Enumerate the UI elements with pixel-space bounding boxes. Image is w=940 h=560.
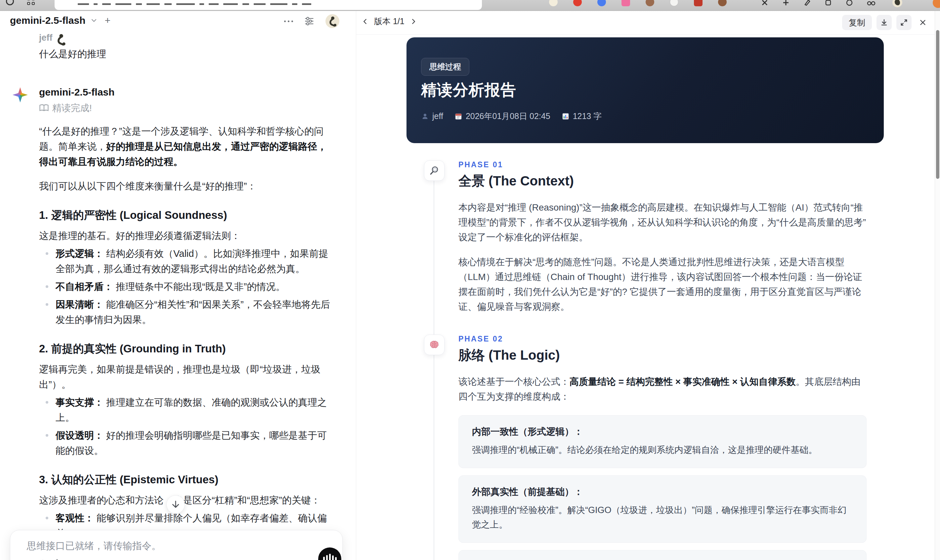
word-count-meta: 1213 字 (562, 111, 602, 122)
browser-toolbar (0, 0, 940, 11)
bar-chart-icon (562, 112, 570, 120)
version-label: 版本 1/1 (374, 16, 405, 27)
circle-icon[interactable] (845, 0, 853, 7)
section-desc: 这涉及推理者的心态和方法论，也是区分“杠精”和“思想家”的关键： (39, 492, 334, 508)
section-heading: 1. 逻辑的严密性 (Logical Soundness) (39, 208, 334, 223)
phase-label: PHASE 02 (458, 335, 866, 343)
magnifier-icon (424, 160, 445, 181)
extension-icon[interactable] (549, 0, 558, 6)
report-hero-card: 思维过程 精读分析报告 jeff 2026年01月08日 02:45 (407, 37, 884, 143)
author-meta: jeff (421, 111, 443, 121)
gemini-star-icon (12, 87, 28, 103)
artifact-content[interactable]: 思维过程 精读分析报告 jeff 2026年01月08日 02:45 (356, 35, 935, 560)
close-panel-button[interactable] (916, 15, 929, 30)
next-version-icon[interactable] (409, 17, 418, 26)
list-item: 不自相矛盾： 推理链条中不能出现“既是又非”的情况。 (39, 279, 334, 294)
phase-title: 脉络 (The Logic) (458, 346, 866, 364)
phase-section-logic: PHASE 02 脉络 (The Logic) 该论述基于一个核心公式：高质量结… (458, 335, 866, 560)
tool-icon[interactable] (761, 0, 769, 7)
scroll-to-bottom-button[interactable] (166, 495, 185, 514)
user-message: jeff 什么是好的推理 (39, 31, 334, 61)
pen-icon[interactable] (803, 0, 811, 7)
more-options-icon[interactable] (284, 20, 293, 22)
dimension-card: 内部一致性（形式逻辑）： 强调推理的“机械正确”。结论必须在给定的规则系统内逻辑… (458, 415, 866, 468)
user-avatar[interactable] (325, 14, 339, 28)
extension-icon[interactable] (573, 0, 582, 6)
browser-nav-icons[interactable] (6, 0, 35, 5)
address-text-clipped (78, 3, 311, 5)
section-desc: 逻辑再完美，如果前提是错误的，推理也是垃圾（即“垃圾进，垃圾出”）。 (39, 362, 334, 392)
card-title: 外部真实性（前提基础）： (472, 486, 853, 498)
apps-grid-icon[interactable] (27, 0, 35, 5)
arrow-down-icon (171, 500, 180, 509)
extension-icon[interactable] (670, 0, 678, 6)
doc-paragraph: 该论述基于一个核心公式：高质量结论 = 结构完整性 × 事实准确性 × 认知自律… (458, 374, 866, 404)
browser-action-icons[interactable] (761, 0, 876, 7)
report-badge: 思维过程 (421, 58, 469, 76)
chat-input-placeholder: 思维接口已就绪，请传输指令。 (27, 540, 161, 553)
close-icon (918, 18, 927, 27)
reload-icon[interactable] (6, 0, 14, 5)
date-meta: 2026年01月08日 02:45 (455, 111, 550, 122)
address-bar[interactable] (55, 0, 482, 10)
status-text: 精读完成! (52, 102, 92, 114)
card-text: 强调推理的“经验校准”。解决“GIGO（垃圾进，垃圾出）”问题，确保推理引擎运行… (472, 503, 853, 532)
bullet-list: 形式逻辑： 结构必须有效（Valid）。比如演绎推理中，如果前提全部为真，那么通… (39, 246, 334, 327)
calendar-icon (455, 112, 462, 120)
download-icon (880, 18, 888, 27)
user-name: jeff (39, 31, 334, 43)
user-message-text: 什么是好的推理 (39, 48, 334, 61)
download-button[interactable] (877, 15, 892, 30)
model-selector[interactable]: gemini-2.5-flash (10, 15, 85, 26)
list-item: 假设透明： 好的推理会明确指明哪些是已知事实，哪些是基于可能的假设。 (39, 428, 334, 458)
box-icon[interactable] (824, 0, 832, 7)
artifact-panel: 版本 1/1 复制 (356, 11, 935, 560)
phase-label: PHASE 01 (458, 160, 866, 169)
phase-title: 全景 (The Context) (458, 172, 866, 190)
artifact-toolbar: 版本 1/1 复制 (356, 11, 935, 35)
extension-icon[interactable] (718, 0, 727, 6)
chat-input[interactable]: 思维接口已就绪，请传输指令。 + (10, 530, 343, 560)
person-icon (421, 112, 429, 120)
extension-icon[interactable] (597, 0, 606, 6)
report-title: 精读分析报告 (421, 80, 516, 100)
doc-paragraph: 核心情境在于解决“思考的随意性”问题。不论是人类通过批判性思维进行决策，还是大语… (458, 255, 866, 314)
extension-icon[interactable] (694, 0, 703, 6)
expand-button[interactable] (896, 15, 912, 30)
assistant-paragraph: 我们可以从以下四个维度来衡量什么是“好的推理”： (39, 178, 334, 194)
assistant-name: gemini-2.5-flash (39, 87, 334, 98)
expand-icon (900, 18, 908, 27)
app-window: gemini-2.5-flash + (0, 0, 940, 560)
extension-icon[interactable] (621, 0, 630, 6)
section-heading: 2. 前提的真实性 (Grounding in Truth) (39, 341, 334, 356)
bullet-list: 事实支撑： 推理建立在可靠的数据、准确的观测或公认的真理之上。 假设透明： 好的… (39, 395, 334, 458)
scrollbar-thumb[interactable] (936, 30, 939, 179)
sliders-icon[interactable] (304, 16, 314, 26)
copy-button[interactable]: 复制 (842, 15, 872, 30)
assistant-paragraph: “什么是好的推理？”这是一个涉及逻辑学、认知科学和哲学核心的问题。简单来说，好的… (39, 124, 334, 169)
prev-version-icon[interactable] (361, 17, 370, 26)
browser-edge-icon[interactable] (933, 0, 940, 8)
chat-header: gemini-2.5-flash + (0, 11, 356, 31)
scrollbar-track[interactable] (935, 11, 940, 560)
list-item: 因果清晰： 能准确区分“相关性”和“因果关系”，不会轻率地将先后发生的事情归为因… (39, 297, 334, 327)
section-heading: 3. 认知的公正性 (Epistemic Virtues) (39, 472, 334, 487)
assistant-message: gemini-2.5-flash 精读完成! “什么是好的推理？”这是一个涉及逻… (39, 87, 334, 560)
brain-icon (424, 335, 445, 355)
extension-icon[interactable] (646, 0, 654, 6)
glasses-icon[interactable] (866, 0, 876, 7)
assistant-status: 精读完成! (39, 102, 334, 114)
list-item: 形式逻辑： 结构必须有效（Valid）。比如演绎推理中，如果前提全部为真，那么通… (39, 246, 334, 276)
browser-extension-icons[interactable] (549, 0, 727, 6)
dimension-card: 外部真实性（前提基础）： 强调推理的“经验校准”。解决“GIGO（垃圾进，垃圾出… (458, 475, 866, 543)
card-text: 强调推理的“机械正确”。结论必须在给定的规则系统内逻辑自洽，这是推理的硬件基础。 (472, 443, 853, 457)
chevron-down-icon[interactable] (90, 17, 98, 25)
book-icon (39, 104, 49, 112)
new-chat-button[interactable]: + (105, 15, 111, 26)
section-desc: 这是推理的基石。好的推理必须遵循逻辑法则： (39, 228, 334, 243)
browser-profile-avatar[interactable] (892, 0, 902, 7)
tool-icon[interactable] (782, 0, 790, 7)
phase-timeline-line (434, 170, 434, 560)
dimension-card: 主体伦理（认识美德）： 转向推理者的心理特征。引入奥卡姆剃刀和反向论证，旨在克服… (458, 550, 866, 560)
doc-paragraph: 本内容是对“推理 (Reasoning)”这一抽象概念的高层建模。在知识爆炸与人… (458, 200, 866, 245)
